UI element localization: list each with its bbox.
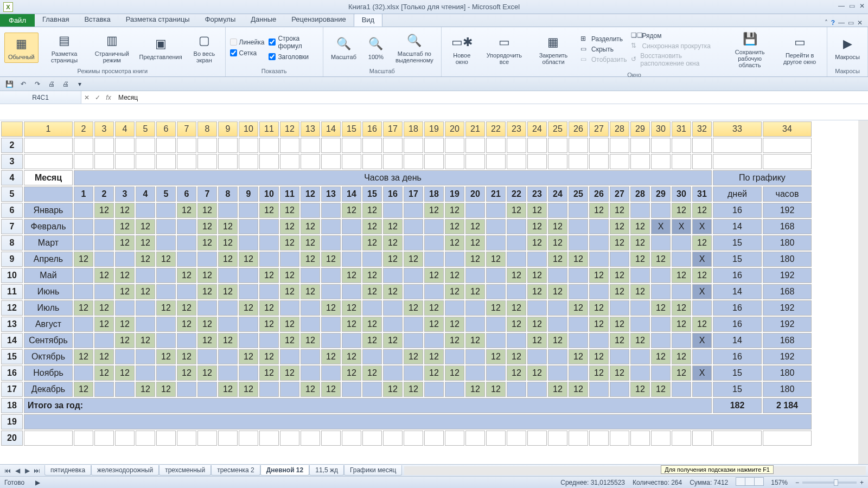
- cell[interactable]: [507, 284, 526, 299]
- cell[interactable]: 12: [630, 235, 650, 251]
- column-header[interactable]: 18: [404, 121, 423, 137]
- cell[interactable]: [362, 349, 382, 364]
- cell[interactable]: [651, 431, 671, 446]
- cell[interactable]: Месяц: [24, 170, 73, 185]
- cell[interactable]: 18: [424, 187, 444, 202]
- cell[interactable]: [342, 219, 361, 234]
- cell[interactable]: 12: [94, 365, 114, 381]
- cell[interactable]: [465, 203, 485, 218]
- cell[interactable]: [672, 235, 691, 251]
- cell[interactable]: 12: [527, 219, 547, 234]
- cell[interactable]: 12: [259, 349, 279, 364]
- cell[interactable]: 21: [486, 187, 506, 202]
- cell[interactable]: 12: [672, 300, 691, 316]
- cell[interactable]: [507, 431, 526, 446]
- cell[interactable]: [156, 333, 176, 348]
- cell[interactable]: [94, 235, 114, 251]
- cell[interactable]: 1: [74, 187, 93, 202]
- cell[interactable]: 12: [589, 349, 609, 364]
- cell[interactable]: [301, 365, 320, 381]
- cell[interactable]: [156, 154, 176, 169]
- cell[interactable]: [177, 154, 196, 169]
- ribbon-minimize-icon[interactable]: ˄: [825, 19, 828, 27]
- cell[interactable]: 12: [115, 317, 135, 332]
- cell[interactable]: [342, 138, 361, 153]
- cell[interactable]: 12: [589, 300, 609, 316]
- cell[interactable]: [301, 300, 320, 316]
- cell[interactable]: [424, 431, 444, 446]
- cell[interactable]: [527, 154, 547, 169]
- cell[interactable]: [424, 154, 444, 169]
- cell[interactable]: 26: [589, 187, 609, 202]
- cell[interactable]: [763, 154, 812, 169]
- cell[interactable]: [569, 333, 588, 348]
- cell[interactable]: Декабрь: [24, 382, 73, 397]
- cell[interactable]: [692, 431, 712, 446]
- cell[interactable]: 12: [672, 365, 691, 381]
- view-mode-buttons[interactable]: [736, 477, 763, 487]
- cell[interactable]: [630, 154, 650, 169]
- cell[interactable]: [94, 382, 114, 397]
- cell[interactable]: [280, 431, 299, 446]
- cell[interactable]: [218, 268, 238, 283]
- cell[interactable]: 12: [301, 219, 320, 234]
- cell[interactable]: [672, 284, 691, 299]
- row-header[interactable]: 3: [1, 154, 23, 169]
- column-header[interactable]: 21: [465, 121, 485, 137]
- cell[interactable]: [218, 431, 238, 446]
- cell[interactable]: [321, 317, 341, 332]
- cell[interactable]: Июнь: [24, 284, 73, 299]
- cell[interactable]: 12: [404, 300, 423, 316]
- cell[interactable]: 12: [94, 268, 114, 283]
- ribbon-tab[interactable]: Вид: [354, 13, 383, 27]
- cell[interactable]: 12: [280, 203, 299, 218]
- cell[interactable]: [177, 235, 196, 251]
- cell[interactable]: [610, 154, 629, 169]
- cell[interactable]: [115, 300, 135, 316]
- cell[interactable]: [610, 382, 629, 397]
- row-header[interactable]: 9: [1, 252, 23, 267]
- cell[interactable]: 12: [610, 268, 629, 283]
- cell[interactable]: 12: [362, 203, 382, 218]
- cell[interactable]: 12: [548, 284, 567, 299]
- cell[interactable]: [156, 138, 176, 153]
- worksheet[interactable]: 1234567891011121314151617181920212223242…: [0, 120, 868, 464]
- cell[interactable]: [672, 138, 691, 153]
- cell[interactable]: [610, 431, 629, 446]
- cell[interactable]: 12: [156, 349, 176, 364]
- view-fullscreen-button[interactable]: ▢Во весь экран: [188, 30, 221, 66]
- sheet-tab[interactable]: Дневной 12: [260, 465, 309, 476]
- close-icon[interactable]: ✕: [859, 2, 865, 10]
- cell[interactable]: [527, 300, 547, 316]
- cell[interactable]: [589, 235, 609, 251]
- cell[interactable]: 12: [383, 284, 403, 299]
- cell[interactable]: [507, 333, 526, 348]
- cell[interactable]: Часов за день: [74, 170, 712, 185]
- ribbon-tab[interactable]: Разметка страницы: [118, 13, 197, 27]
- cell[interactable]: [569, 235, 588, 251]
- row-header[interactable]: 14: [1, 333, 23, 348]
- cell[interactable]: [301, 203, 320, 218]
- cell[interactable]: Май: [24, 268, 73, 283]
- cell[interactable]: 12: [197, 203, 217, 218]
- cell[interactable]: 12: [362, 333, 382, 348]
- row-header[interactable]: 7: [1, 219, 23, 234]
- cell[interactable]: [197, 154, 217, 169]
- cell[interactable]: [507, 219, 526, 234]
- cell[interactable]: [280, 300, 299, 316]
- cell[interactable]: [136, 300, 155, 316]
- cell[interactable]: 12: [589, 317, 609, 332]
- cell[interactable]: 12: [630, 284, 650, 299]
- cell[interactable]: [239, 203, 258, 218]
- cell[interactable]: 12: [672, 317, 691, 332]
- cell[interactable]: [177, 252, 196, 267]
- cell[interactable]: [589, 431, 609, 446]
- cell[interactable]: [74, 284, 93, 299]
- cell[interactable]: [569, 268, 588, 283]
- tab-last-icon[interactable]: ⏭: [33, 467, 41, 474]
- cell[interactable]: 12: [383, 252, 403, 267]
- cell[interactable]: 12: [424, 300, 444, 316]
- cell[interactable]: [136, 431, 155, 446]
- cell[interactable]: 168: [763, 219, 812, 234]
- cell[interactable]: [486, 431, 506, 446]
